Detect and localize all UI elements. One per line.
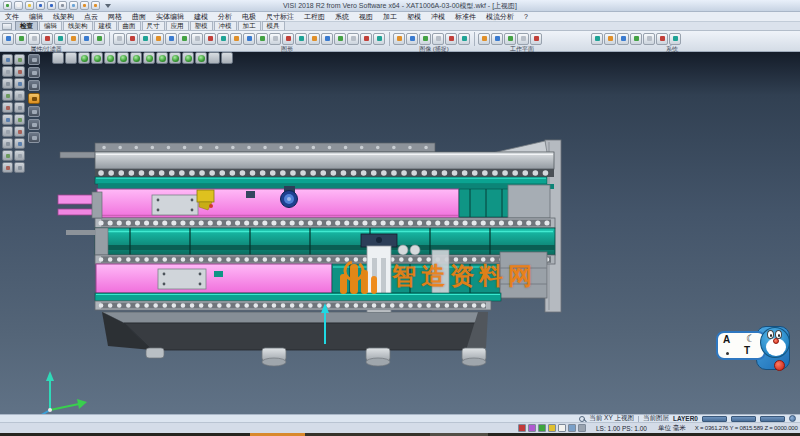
filter-icon-active[interactable] — [28, 93, 40, 104]
status-circle-button[interactable] — [789, 415, 796, 422]
status-button[interactable] — [731, 416, 756, 422]
ribbon-tab[interactable]: 模具 — [262, 21, 285, 30]
toolbar-icon[interactable] — [178, 33, 190, 45]
toolbar-icon[interactable] — [15, 33, 27, 45]
menu-item[interactable]: 曲面 — [127, 12, 151, 22]
3d-viewport[interactable]: 智造资料网 A ☾ T — [0, 52, 800, 414]
system-icon[interactable] — [630, 33, 642, 45]
tool-icon[interactable] — [14, 114, 25, 125]
layer-name[interactable]: LAYER0 — [673, 415, 698, 422]
ribbon-tab[interactable]: 应用 — [166, 21, 189, 30]
toolbar-icon[interactable] — [230, 33, 242, 45]
iso-view-icon[interactable] — [104, 52, 116, 64]
toolbar-icon[interactable] — [165, 33, 177, 45]
menu-item[interactable]: 编辑 — [24, 12, 48, 22]
tool-icon[interactable] — [14, 90, 25, 101]
tool-icon[interactable] — [2, 126, 13, 137]
menu-item[interactable]: 模流分析 — [481, 12, 519, 22]
tool-icon[interactable] — [14, 66, 25, 77]
clock-icon[interactable] — [548, 424, 556, 432]
toolbar-icon[interactable] — [419, 33, 431, 45]
ribbon-tab[interactable]: 尺寸 — [142, 21, 165, 30]
ribbon-tab[interactable]: 建模 — [94, 21, 117, 30]
grid-snap-icon[interactable] — [568, 424, 576, 432]
toolbar-icon[interactable] — [432, 33, 444, 45]
front-view-icon[interactable] — [130, 52, 142, 64]
menu-item[interactable]: ? — [519, 12, 533, 22]
toolbar-icon[interactable] — [295, 33, 307, 45]
toolbar-icon[interactable] — [445, 33, 457, 45]
menu-item[interactable]: 建模 — [189, 12, 213, 22]
shaded-view-icon[interactable] — [78, 52, 90, 64]
tool-icon[interactable] — [14, 126, 25, 137]
toolbar-icon[interactable] — [269, 33, 281, 45]
menu-item[interactable]: 塑模 — [402, 12, 426, 22]
filter-icon[interactable] — [28, 80, 40, 91]
toolbar-icon[interactable] — [204, 33, 216, 45]
note-icon[interactable] — [558, 424, 566, 432]
toolbar-icon[interactable] — [334, 33, 346, 45]
toolbar-icon[interactable] — [217, 33, 229, 45]
tool-icon[interactable] — [14, 54, 25, 65]
workplane-icon[interactable] — [491, 33, 503, 45]
menu-item[interactable]: 电极 — [237, 12, 261, 22]
ime-status-pill[interactable]: A ☾ T — [716, 331, 766, 360]
toolbar-icon[interactable] — [80, 33, 92, 45]
tool-icon[interactable] — [2, 150, 13, 161]
toolbar-icon[interactable] — [126, 33, 138, 45]
toolbar-icon[interactable] — [54, 33, 66, 45]
ribbon-tab[interactable]: 塑模 — [190, 21, 213, 30]
toolbar-icon[interactable] — [256, 33, 268, 45]
system-icon[interactable] — [591, 33, 603, 45]
top-view-icon[interactable] — [117, 52, 129, 64]
tool-icon[interactable] — [2, 162, 13, 173]
system-icon[interactable] — [643, 33, 655, 45]
tool-icon[interactable] — [2, 102, 13, 113]
ribbon-tab[interactable]: 冲模 — [214, 21, 237, 30]
menu-item[interactable]: 冲模 — [426, 12, 450, 22]
menu-item[interactable]: 分析 — [213, 12, 237, 22]
section-icon[interactable] — [221, 52, 233, 64]
menu-item[interactable]: 系统 — [330, 12, 354, 22]
moon-icon[interactable]: ☾ — [746, 333, 755, 344]
toolbar-icon[interactable] — [139, 33, 151, 45]
tool-icon[interactable] — [2, 78, 13, 89]
menu-item[interactable]: 点云 — [79, 12, 103, 22]
toolbar-icon[interactable] — [41, 33, 53, 45]
tool-icon[interactable] — [14, 78, 25, 89]
zoom-fit-icon[interactable] — [169, 52, 181, 64]
status-button[interactable] — [702, 416, 727, 422]
toolbar-icon[interactable] — [113, 33, 125, 45]
dynamic-view-icon[interactable] — [195, 52, 207, 64]
ribbon-tab[interactable]: 编辑 — [39, 21, 62, 30]
pan-icon[interactable] — [182, 52, 194, 64]
rotate-view-icon[interactable] — [156, 52, 168, 64]
tool-icon[interactable] — [14, 138, 25, 149]
workplane-icon[interactable] — [478, 33, 490, 45]
filter-icon[interactable] — [28, 119, 40, 130]
ribbon-tab[interactable]: 检查 — [15, 21, 38, 30]
toolbar-icon[interactable] — [2, 33, 14, 45]
status-button[interactable] — [760, 416, 785, 422]
tag-icon[interactable] — [528, 424, 536, 432]
ribbon-tab[interactable]: 线架构 — [63, 21, 93, 30]
tool-icon[interactable] — [2, 66, 13, 77]
menu-item[interactable]: 文件 — [0, 12, 24, 22]
menu-item[interactable]: 视图 — [354, 12, 378, 22]
tool-icon[interactable] — [2, 90, 13, 101]
tool-icon[interactable] — [14, 102, 25, 113]
side-view-icon[interactable] — [143, 52, 155, 64]
toolbar-icon[interactable] — [360, 33, 372, 45]
shirt-icon[interactable]: T — [744, 345, 750, 356]
ribbon-tab[interactable]: 曲面 — [118, 21, 141, 30]
flag-icon[interactable] — [538, 424, 546, 432]
tool-icon[interactable] — [2, 114, 13, 125]
toolbar-icon[interactable] — [321, 33, 333, 45]
toolbar-icon[interactable] — [373, 33, 385, 45]
system-icon[interactable] — [669, 33, 681, 45]
system-icon[interactable] — [617, 33, 629, 45]
ime-letter-mode[interactable]: A — [723, 334, 730, 345]
toolbar-options-icon[interactable] — [2, 23, 12, 30]
list-icon[interactable] — [65, 52, 77, 64]
wireframe-view-icon[interactable] — [91, 52, 103, 64]
